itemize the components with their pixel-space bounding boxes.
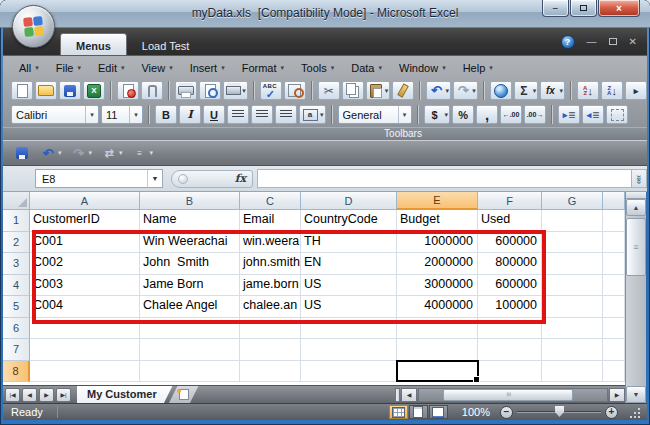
- row-header-3[interactable]: 3: [3, 253, 30, 275]
- office-button[interactable]: [12, 5, 55, 48]
- cell-A7[interactable]: [30, 339, 140, 361]
- cell-C8[interactable]: [240, 361, 301, 383]
- switch-windows-button[interactable]: ▾: [98, 144, 125, 163]
- cell-G3[interactable]: [542, 253, 603, 275]
- horizontal-scroll-thumb[interactable]: ≡: [443, 389, 573, 401]
- spelling-button[interactable]: [260, 81, 282, 100]
- attach-button[interactable]: [141, 81, 163, 100]
- sheet-next-button[interactable]: ▶: [39, 388, 54, 402]
- column-header-G[interactable]: G: [542, 192, 603, 210]
- help-icon[interactable]: ?: [561, 35, 575, 49]
- zoom-in-button[interactable]: +: [605, 406, 618, 419]
- menu-view[interactable]: View: [141, 62, 172, 74]
- cell-B2[interactable]: Win Weerachai: [140, 232, 240, 254]
- research-button[interactable]: [284, 81, 306, 100]
- percent-button[interactable]: [452, 105, 474, 124]
- undo-button[interactable]: ▾: [37, 144, 64, 163]
- cell-B5[interactable]: Chalee Angel: [140, 296, 240, 318]
- column-header-C[interactable]: C: [240, 192, 301, 210]
- cell-H7[interactable]: [603, 339, 625, 361]
- cell-C5[interactable]: chalee.an: [240, 296, 301, 318]
- comma-button[interactable]: [476, 105, 498, 124]
- align-right-button[interactable]: [275, 105, 297, 124]
- cell-F2[interactable]: 600000: [478, 232, 542, 254]
- column-header-F[interactable]: F: [478, 192, 542, 210]
- overflow-button[interactable]: [625, 81, 647, 100]
- cell-E1[interactable]: Budget: [397, 210, 478, 232]
- page-layout-view-button[interactable]: [409, 405, 428, 419]
- cell-E6[interactable]: [397, 318, 478, 340]
- column-header-A[interactable]: A: [30, 192, 140, 210]
- cut-button[interactable]: [318, 81, 340, 100]
- horizontal-split-handle[interactable]: [395, 388, 400, 402]
- workbook-restore-icon[interactable]: [609, 38, 617, 45]
- cell-C1[interactable]: Email: [240, 210, 301, 232]
- cell-A6[interactable]: [30, 318, 140, 340]
- horizontal-scroll-track[interactable]: ≡: [418, 388, 608, 402]
- underline-button[interactable]: [203, 105, 225, 124]
- sheet-first-button[interactable]: |◀: [5, 388, 20, 402]
- row-header-4[interactable]: 4: [3, 275, 30, 297]
- row-header-6[interactable]: 6: [3, 318, 30, 340]
- cell-C6[interactable]: [240, 318, 301, 340]
- paste-button[interactable]: ▾: [366, 81, 391, 100]
- number-format-select[interactable]: General▾: [338, 105, 412, 124]
- save-button[interactable]: [59, 81, 81, 100]
- cell-B1[interactable]: Name: [140, 210, 240, 232]
- cell-E7[interactable]: [397, 339, 478, 361]
- horizontal-scrollbar[interactable]: ◀ ≡ ▶: [395, 386, 625, 404]
- open-folder-button[interactable]: [35, 81, 57, 100]
- font-name-select[interactable]: Calibri▾: [11, 105, 99, 124]
- name-box[interactable]: E8 ▼: [35, 169, 163, 188]
- cell-H3[interactable]: [603, 253, 625, 275]
- vertical-scroll-thumb[interactable]: ≡: [626, 218, 646, 276]
- cell-H1[interactable]: [603, 210, 625, 232]
- cell-B4[interactable]: Jame Born: [140, 275, 240, 297]
- zoom-slider-handle[interactable]: [555, 406, 564, 417]
- scroll-down-button[interactable]: ▼: [626, 386, 646, 403]
- cell-E4[interactable]: 3000000: [397, 275, 478, 297]
- menu-file[interactable]: File: [56, 62, 81, 74]
- cell-F5[interactable]: 100000: [478, 296, 542, 318]
- cell-E3[interactable]: 2000000: [397, 253, 478, 275]
- cell-E5[interactable]: 4000000: [397, 296, 478, 318]
- cell-A3[interactable]: C002: [30, 253, 140, 275]
- cell-D3[interactable]: EN: [301, 253, 397, 275]
- zoom-out-button[interactable]: −: [500, 406, 513, 419]
- cell-D2[interactable]: TH: [301, 232, 397, 254]
- sort-az-button[interactable]: [577, 81, 599, 100]
- qat-more-button[interactable]: ▾: [129, 144, 156, 163]
- cell-E2[interactable]: 1000000: [397, 232, 478, 254]
- cell-D5[interactable]: US: [301, 296, 397, 318]
- column-header-E[interactable]: E: [397, 192, 478, 210]
- merge-center-button[interactable]: ▾: [299, 105, 326, 124]
- bold-button[interactable]: [155, 105, 177, 124]
- increase-indent-button[interactable]: [558, 105, 580, 124]
- permission-button[interactable]: [117, 81, 139, 100]
- minimize-button[interactable]: −: [542, 0, 569, 17]
- hyperlink-button[interactable]: [490, 81, 512, 100]
- menu-insert[interactable]: Insert: [190, 62, 225, 74]
- print-setup-button[interactable]: ▾: [223, 81, 248, 100]
- cell-G1[interactable]: [542, 210, 603, 232]
- decrease-indent-button[interactable]: [582, 105, 604, 124]
- chevron-down-icon[interactable]: ▾: [129, 106, 142, 123]
- formula-input[interactable]: [257, 169, 631, 188]
- page-break-view-button[interactable]: [429, 405, 448, 419]
- cell-B7[interactable]: [140, 339, 240, 361]
- cell-A2[interactable]: C001: [30, 232, 140, 254]
- maximize-button[interactable]: [570, 0, 597, 17]
- formula-bar-expand-button[interactable]: »»: [631, 169, 647, 188]
- cell-F1[interactable]: Used: [478, 210, 542, 232]
- insert-function-button[interactable]: ▾: [540, 81, 565, 100]
- decrease-decimal-button[interactable]: [524, 105, 546, 124]
- sheet-prev-button[interactable]: ◀: [22, 388, 37, 402]
- scroll-up-button[interactable]: ▲: [626, 199, 646, 216]
- normal-view-button[interactable]: [389, 405, 408, 419]
- chevron-down-icon[interactable]: ▾: [398, 106, 411, 123]
- cell-H5[interactable]: [603, 296, 625, 318]
- zoom-slider-track[interactable]: [517, 411, 601, 413]
- sheet-tab-my-customer[interactable]: My Customer: [77, 386, 173, 404]
- cell-H8[interactable]: [603, 361, 625, 383]
- cell-H6[interactable]: [603, 318, 625, 340]
